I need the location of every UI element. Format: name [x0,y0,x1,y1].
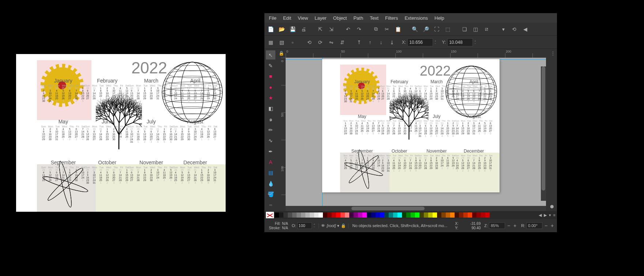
y-down-icon[interactable]: − [474,42,476,45]
rotate-value[interactable]: 0.00° [526,222,542,229]
cut-icon[interactable]: ✂ [383,25,391,33]
menu-path[interactable]: Path [350,14,366,22]
swatch[interactable] [468,212,472,218]
zoom-sel-icon[interactable]: ⬚ [444,25,452,33]
zoom-in-icon[interactable]: 🔍 [411,25,419,33]
swatch[interactable] [358,212,362,218]
swatch[interactable] [301,212,305,218]
swatch[interactable] [398,212,402,218]
select-layer-icon[interactable]: ▧ [278,38,286,46]
swatch[interactable] [446,212,450,218]
rotate-minus-icon[interactable]: − [543,223,549,229]
tool-node-icon[interactable]: ✎ [266,61,275,70]
swatch[interactable] [305,212,310,218]
swatch[interactable] [275,212,279,218]
dup-icon[interactable]: ❏ [460,25,468,33]
swatch[interactable] [384,212,389,218]
swatch[interactable] [481,212,485,218]
fill-value[interactable]: N/A [282,222,288,226]
y-input[interactable] [447,38,473,46]
tool-spiral-icon[interactable]: ๑ [266,115,275,124]
swatch[interactable] [419,212,424,218]
flip-h-icon[interactable]: ⇋ [327,38,335,46]
layer-lock-icon[interactable]: 🔒 [341,223,346,228]
tool-bezier-icon[interactable]: ∿ [266,136,275,145]
zoom-value[interactable]: 85% [489,222,505,229]
zoom-out-icon[interactable]: 🔎 [422,25,430,33]
swatch[interactable] [424,212,428,218]
unlink-icon[interactable]: ⧄ [482,25,490,33]
dock-handle-icon[interactable]: ⋮ [550,50,553,59]
snap-icon[interactable]: ⟲ [510,25,518,33]
tool-dropper-icon[interactable]: 💧 [266,179,275,188]
swatch[interactable] [367,212,371,218]
rotate-plus-icon[interactable]: + [550,223,555,229]
tool-gradient-icon[interactable]: ▤ [266,168,275,177]
swatch[interactable] [288,212,292,218]
color-mode-icon[interactable]: ⬢ [548,203,556,210]
swatch[interactable] [340,212,345,218]
raise-top-icon[interactable]: ⤒ [355,38,363,46]
tool-star-icon[interactable]: ★ [266,93,275,102]
swatch[interactable] [415,212,419,218]
swatch[interactable] [463,212,468,218]
layer-dropdown-icon[interactable]: ▾ [337,223,339,228]
swatch[interactable] [406,212,411,218]
palette-menu-icon[interactable]: ▾ [549,213,551,218]
palette-config-icon[interactable]: ≡ [553,213,556,217]
swatch[interactable] [279,212,283,218]
new-icon[interactable]: 📄 [267,25,275,33]
x-up-icon[interactable]: + [434,40,436,42]
rotate-cw-icon[interactable]: ⟳ [316,38,324,46]
swatch[interactable] [319,212,323,218]
swatch[interactable] [376,212,380,218]
flip-v-icon[interactable]: ⇵ [338,38,346,46]
swatch[interactable] [472,212,477,218]
tool-text-icon[interactable]: A [266,157,275,166]
undo-icon[interactable]: ↶ [344,25,352,33]
zoom-fit-icon[interactable]: ⛶ [433,25,441,33]
swatch[interactable] [297,212,301,218]
swatch[interactable] [485,212,490,218]
swatch[interactable] [389,212,393,218]
no-fill-swatch[interactable] [266,212,274,218]
swatch[interactable] [393,212,398,218]
zoom-minus-icon[interactable]: − [506,223,511,229]
swatch[interactable] [428,212,433,218]
select-all-icon[interactable]: ▦ [267,38,275,46]
swatch[interactable] [327,212,332,218]
x-input[interactable] [407,38,433,46]
swatch[interactable] [332,212,336,218]
deselect-icon[interactable]: ▫ [289,38,297,46]
swatch[interactable] [362,212,367,218]
swatch[interactable] [354,212,358,218]
menu-extensions[interactable]: Extensions [402,14,431,22]
open-icon[interactable]: 📂 [278,25,286,33]
swatch[interactable] [455,212,459,218]
x-down-icon[interactable]: − [434,42,436,45]
layer-visible-icon[interactable]: 👁 [321,223,325,228]
tool-pencil-icon[interactable]: ✏ [266,125,275,134]
palette-next-icon[interactable]: ▶ [544,213,547,218]
palette-prev-icon[interactable]: ◀ [539,213,542,218]
menu-object[interactable]: Object [330,14,350,22]
canvas[interactable]: 2022JanuarySunMonTueWedThuFriSat26272829… [286,58,546,206]
swatch[interactable] [437,212,441,218]
menu-filters[interactable]: Filters [382,14,401,22]
swatch[interactable] [459,212,463,218]
zoom-plus-icon[interactable]: + [512,223,517,229]
stroke-value[interactable]: N/A [282,226,288,230]
rotate-ccw-icon[interactable]: ⟲ [305,38,313,46]
import-icon[interactable]: ⇱ [316,25,324,33]
vertical-scrollbar[interactable] [541,66,546,201]
tool-bucket-icon[interactable]: 🪣 [266,189,275,199]
swatch[interactable] [477,212,481,218]
swatch[interactable] [336,212,340,218]
menu-help[interactable]: Help [432,14,447,22]
swatch[interactable] [345,212,349,218]
swatch[interactable] [441,212,446,218]
swatch[interactable] [310,212,314,218]
tool-selector-icon[interactable]: ↖ [266,50,275,60]
raise-icon[interactable]: ↑ [366,38,374,46]
copy-icon[interactable]: ⧉ [372,25,380,33]
